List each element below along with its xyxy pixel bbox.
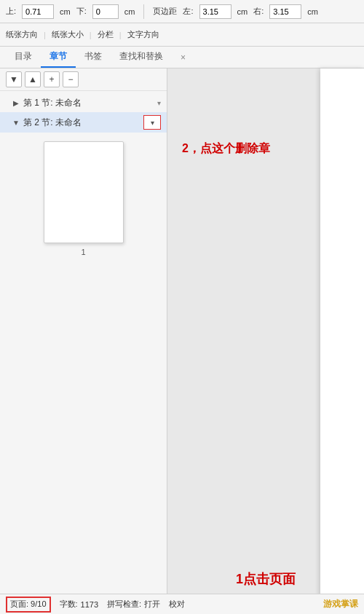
chapter-list: ▶ 第 1 节: 未命名 ▾ ▼ 第 2 节: 未命名 ▾ 1 — [0, 91, 167, 614]
annotation: 2，点这个删除章 — [182, 141, 357, 157]
word-count-value: 1173 — [81, 600, 98, 609]
bottom-annotation: 1点击页面 — [167, 570, 364, 588]
page-number: 1 — [81, 248, 85, 256]
tab-toc[interactable]: 目录 — [6, 47, 41, 68]
spell-check-label: 拼写检查: — [107, 599, 141, 610]
left-input[interactable] — [199, 4, 232, 19]
page-thumbnail[interactable] — [44, 141, 124, 243]
tabbar: 目录 章节 书签 查找和替换 × — [0, 47, 364, 68]
right-unit: cm — [307, 7, 318, 16]
left-unit: cm — [237, 7, 248, 16]
right-area: 2，点这个删除章 1点击页面 — [167, 68, 364, 614]
word-count-item: 字数: 1173 — [60, 599, 99, 610]
paper-size-label[interactable]: 纸张大小 — [52, 29, 84, 40]
top-input[interactable] — [22, 4, 54, 19]
spell-check-value: 打开 — [144, 599, 160, 610]
statusbar: 页面: 9/10 字数: 1173 拼写检查: 打开 校对 游戏掌课 — [0, 594, 364, 614]
text-direction-label[interactable]: 文字方向 — [127, 29, 159, 40]
spell-check-item: 拼写检查: 打开 — [107, 599, 160, 610]
proofread-label: 校对 — [169, 599, 185, 610]
toolbar2: 纸张方向 | 纸张大小 | 分栏 | 文字方向 — [0, 23, 364, 47]
page-margin-label: 页边距 — [153, 6, 177, 17]
proofread-item: 校对 — [169, 599, 185, 610]
chapter-arrow-2: ▼ — [12, 118, 20, 127]
thumbnail-area: 1 — [0, 133, 167, 265]
tab-close[interactable]: × — [172, 49, 194, 68]
bottom-annotation-text: 1点击页面 — [236, 570, 296, 588]
left-panel: ▼ ▲ + − ▶ 第 1 节: 未命名 ▾ ▼ 第 2 节: 未命名 ▾ 1 — [0, 68, 167, 614]
left-label: 左: — [183, 6, 193, 17]
tab-chapter[interactable]: 章节 — [41, 47, 76, 68]
top-unit: cm — [60, 7, 71, 16]
right-input[interactable] — [269, 4, 301, 19]
tab-find-replace[interactable]: 查找和替换 — [111, 47, 172, 68]
collapse-btn[interactable]: ▲ — [25, 71, 41, 87]
tab-bookmark[interactable]: 书签 — [76, 47, 111, 68]
remove-btn[interactable]: − — [63, 71, 79, 87]
bottom-label: 下: — [76, 6, 87, 17]
brand-label: 游戏掌课 — [323, 598, 358, 610]
page-info: 页面: 9/10 — [10, 599, 47, 610]
add-btn[interactable]: + — [44, 71, 60, 87]
chapter-arrow-1: ▶ — [12, 99, 20, 108]
right-label: 右: — [253, 6, 264, 17]
expand-btn[interactable]: ▼ — [6, 71, 22, 87]
chapter-dropdown-arrow-1: ▾ — [157, 99, 161, 107]
panel-toolbar: ▼ ▲ + − — [0, 68, 167, 91]
top-label: 上: — [6, 6, 16, 17]
chapter-item-1[interactable]: ▶ 第 1 节: 未命名 ▾ — [0, 94, 167, 112]
page-info-item: 页面: 9/10 — [6, 597, 51, 613]
paper-direction-label[interactable]: 纸张方向 — [6, 29, 38, 40]
chapter-title-2: 第 2 节: 未命名 — [23, 117, 143, 129]
columns-label[interactable]: 分栏 — [98, 29, 114, 40]
chapter-title-1: 第 1 节: 未命名 — [23, 97, 154, 109]
divider1 — [143, 4, 144, 19]
toolbar: 上: cm 下: cm 页边距 左: cm 右: cm — [0, 0, 364, 23]
annotation-text: 2，点这个删除章 — [182, 141, 270, 157]
bottom-unit: cm — [124, 7, 135, 16]
main-content: ▼ ▲ + − ▶ 第 1 节: 未命名 ▾ ▼ 第 2 节: 未命名 ▾ 1 — [0, 68, 364, 614]
chapter-dropdown-btn-2[interactable]: ▾ — [143, 115, 161, 130]
bottom-input[interactable] — [92, 4, 119, 19]
chapter-item-2[interactable]: ▼ 第 2 节: 未命名 ▾ — [0, 112, 167, 133]
word-count-label: 字数: — [60, 599, 78, 610]
